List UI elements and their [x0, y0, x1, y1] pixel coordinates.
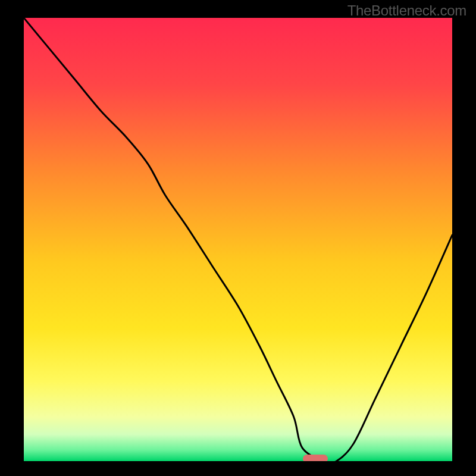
optimal-marker [303, 455, 328, 461]
watermark-text: TheBottleneck.com [347, 2, 466, 19]
chart-container: TheBottleneck.com [0, 0, 476, 476]
plot-area [24, 18, 452, 461]
bottleneck-curve [24, 18, 452, 461]
